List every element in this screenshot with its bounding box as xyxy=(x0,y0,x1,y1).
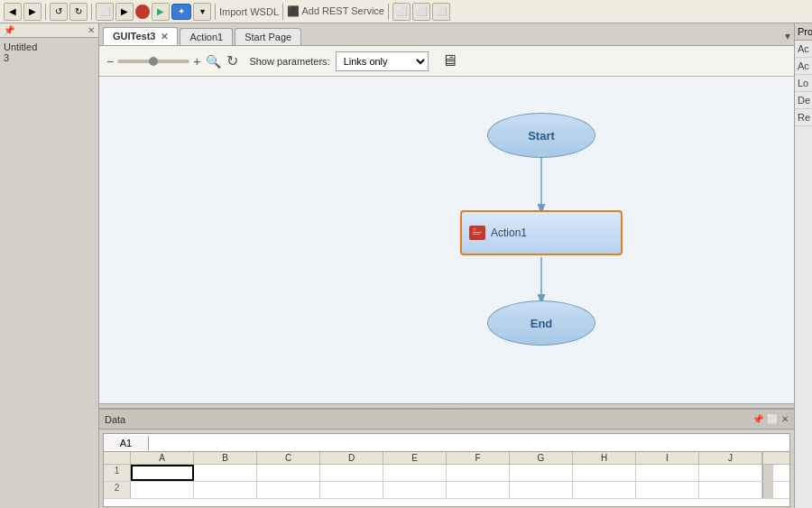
toolbar-run-btn[interactable]: ▶ xyxy=(152,3,170,21)
col-header-c: C xyxy=(257,452,320,464)
cell-f1[interactable] xyxy=(447,465,510,481)
scrollbar-r2 xyxy=(762,482,773,498)
canvas-area: Start Action1 En xyxy=(99,77,794,403)
cell-i2[interactable] xyxy=(636,482,699,498)
monitor-icon[interactable]: 🖥 xyxy=(441,51,457,70)
zoom-in-icon[interactable]: + xyxy=(193,54,200,69)
zoom-slider[interactable] xyxy=(117,60,189,63)
cell-e2[interactable] xyxy=(383,482,447,498)
cell-e1[interactable] xyxy=(383,465,447,481)
toolbar-sep-4 xyxy=(282,4,283,20)
data-panel-float-btn[interactable]: ⬜ xyxy=(767,414,778,424)
sheet-grid: A B C D E F G H I J 1 xyxy=(104,452,789,499)
cell-d1[interactable] xyxy=(320,465,383,481)
svg-rect-5 xyxy=(473,232,482,233)
props-item-3[interactable]: Lo xyxy=(795,75,812,92)
cell-g1[interactable] xyxy=(510,465,573,481)
cell-a2[interactable] xyxy=(131,482,194,498)
col-header-d: D xyxy=(320,452,383,464)
left-item-1[interactable]: Untitled xyxy=(4,42,95,52)
data-panel: Data 📌 ⬜ ✕ A1 A B xyxy=(99,409,794,508)
start-label: Start xyxy=(528,129,555,143)
cell-ref-bar: A1 xyxy=(104,434,789,452)
scrollbar-r1 xyxy=(762,465,773,481)
tab-guitest3-close[interactable]: ✕ xyxy=(161,32,168,42)
toolbar-right-btn1[interactable]: ⬜ xyxy=(392,3,411,21)
cell-g2[interactable] xyxy=(510,482,573,498)
left-item-2[interactable]: 3 xyxy=(4,52,95,63)
cell-h2[interactable] xyxy=(573,482,636,498)
toolbar-right-btn2[interactable]: ⬜ xyxy=(412,3,430,21)
props-header: Prope xyxy=(795,23,812,41)
data-panel-close-btn[interactable]: ✕ xyxy=(781,414,789,424)
cell-f2[interactable] xyxy=(447,482,510,498)
toolbar-forward-btn[interactable]: ▶ xyxy=(23,3,42,21)
tab-startpage[interactable]: Start Page xyxy=(235,28,301,45)
tab-guitest3-label: GUITest3 xyxy=(113,31,155,42)
cell-ref-display[interactable]: A1 xyxy=(104,436,149,450)
toolbar-btn5[interactable]: ▾ xyxy=(193,3,211,21)
end-label: End xyxy=(531,317,553,330)
props-item-2[interactable]: Ac xyxy=(795,58,812,75)
toolbar-special-btn[interactable]: ✦ xyxy=(171,4,191,20)
row-num-1: 1 xyxy=(104,465,131,481)
cell-c1[interactable] xyxy=(257,465,320,481)
data-panel-controls: 📌 ⬜ ✕ xyxy=(752,414,789,424)
action1-node[interactable]: Action1 xyxy=(460,210,623,255)
search-icon[interactable]: 🔍 xyxy=(206,54,221,69)
cell-j1[interactable] xyxy=(699,465,762,481)
toolbar-btn3[interactable]: ⬜ xyxy=(96,3,114,21)
cell-b1[interactable] xyxy=(194,465,257,481)
row-num-2: 2 xyxy=(104,482,131,498)
sheet-header-row: A B C D E F G H I J xyxy=(104,452,789,465)
left-panel-close[interactable]: ✕ xyxy=(88,25,95,35)
refresh-icon[interactable]: ↻ xyxy=(226,52,238,69)
cell-j2[interactable] xyxy=(699,482,762,498)
col-header-b: B xyxy=(194,452,257,464)
start-node[interactable]: Start xyxy=(487,113,595,158)
toolbar-right-group: ⬜ ⬜ ⬜ xyxy=(392,3,450,21)
data-panel-header: Data 📌 ⬜ ✕ xyxy=(99,410,794,429)
center-area: GUITest3 ✕ Action1 Start Page ▾ − + 🔍 ↻ … xyxy=(99,23,794,508)
props-item-1[interactable]: Ac xyxy=(795,41,812,58)
cell-d2[interactable] xyxy=(320,482,383,498)
toolbar-redo-btn[interactable]: ↻ xyxy=(69,3,88,21)
end-node[interactable]: End xyxy=(487,300,595,346)
toolbar-sep-3 xyxy=(215,4,216,20)
toolbar-btn4[interactable]: ▶ xyxy=(115,3,134,21)
tabs-scroll-arrow[interactable]: ▾ xyxy=(785,30,790,42)
props-item-4[interactable]: De xyxy=(795,92,812,109)
tab-action1-label: Action1 xyxy=(189,32,223,42)
cell-h1[interactable] xyxy=(573,465,636,481)
left-panel-pin[interactable]: 📌 xyxy=(4,25,14,35)
toolbar-sep-1 xyxy=(45,4,46,20)
cell-value-bar[interactable] xyxy=(149,441,789,445)
cell-i1[interactable] xyxy=(636,465,699,481)
toolbar-right-btn3[interactable]: ⬜ xyxy=(432,3,450,21)
flow-arrows xyxy=(99,77,794,403)
tab-action1[interactable]: Action1 xyxy=(180,28,233,45)
zoom-control: − + xyxy=(106,54,200,69)
svg-rect-4 xyxy=(473,227,476,231)
left-panel-header: 📌 ✕ xyxy=(0,23,98,38)
main-toolbar: ◀ ▶ ↺ ↻ ⬜ ▶ ▶ ✦ ▾ Import WSDL ⬛ Add REST… xyxy=(0,0,812,23)
toolbar-record-btn[interactable] xyxy=(135,5,150,19)
col-header-g: G xyxy=(510,452,573,464)
zoom-slider-thumb xyxy=(149,57,158,66)
action-icon xyxy=(469,226,485,240)
tab-guitest3[interactable]: GUITest3 ✕ xyxy=(103,27,178,45)
toolbar-undo-btn[interactable]: ↺ xyxy=(50,3,68,21)
show-params-select[interactable]: Links only All parameters No parameters xyxy=(336,51,429,71)
toolbar-rest-label: ⬛ Add REST Service xyxy=(287,5,384,17)
cell-a1[interactable] xyxy=(131,465,194,481)
left-panel-content: Untitled 3 xyxy=(0,38,98,67)
zoom-out-icon[interactable]: − xyxy=(106,54,114,69)
left-panel: 📌 ✕ Untitled 3 xyxy=(0,23,99,508)
props-item-5[interactable]: Re xyxy=(795,109,812,126)
cell-c2[interactable] xyxy=(257,482,320,498)
col-header-i: I xyxy=(636,452,699,464)
data-panel-pin-btn[interactable]: 📌 xyxy=(752,414,763,424)
canvas-inner: Start Action1 En xyxy=(99,77,794,403)
toolbar-back-btn[interactable]: ◀ xyxy=(4,3,22,21)
cell-b2[interactable] xyxy=(194,482,257,498)
